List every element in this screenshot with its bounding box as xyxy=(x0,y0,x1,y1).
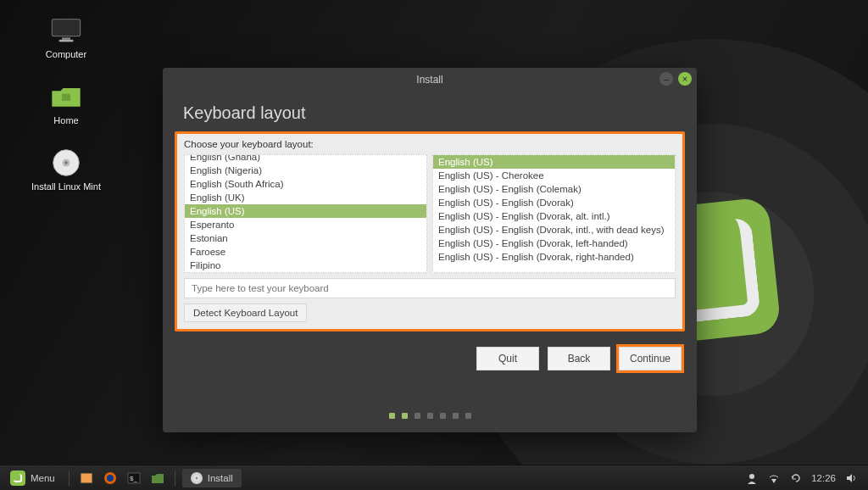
firefox-launcher[interactable] xyxy=(100,469,120,487)
list-item[interactable]: English (US) - English (Colemak) xyxy=(433,182,675,196)
progress-dot xyxy=(415,413,420,419)
list-item[interactable]: English (US) xyxy=(433,155,675,169)
separator xyxy=(69,471,70,486)
titlebar[interactable]: Install – × xyxy=(163,68,697,92)
list-item[interactable]: Estonian xyxy=(185,231,426,245)
monitor-icon xyxy=(49,15,83,46)
desktop-icon-home[interactable]: Home xyxy=(29,81,103,125)
list-item[interactable]: Filipino xyxy=(185,259,426,272)
terminal-launcher[interactable]: $_ xyxy=(124,469,144,487)
list-item[interactable]: English (US) - English (Dvorak) xyxy=(433,196,675,209)
system-tray: 12:26 xyxy=(745,471,865,485)
disc-icon xyxy=(49,148,83,178)
user-icon[interactable] xyxy=(745,471,759,485)
layout-variant-list[interactable]: English (US)English (US) - CherokeeEngli… xyxy=(432,154,676,273)
show-desktop-button[interactable] xyxy=(76,469,97,487)
list-item[interactable]: English (US) xyxy=(185,204,426,218)
svg-point-6 xyxy=(64,161,68,164)
progress-dot xyxy=(389,413,395,419)
svg-rect-7 xyxy=(81,473,92,483)
desktop-icon-computer[interactable]: Computer xyxy=(29,15,103,59)
installer-window: Install – × Keyboard layout Choose your … xyxy=(163,68,697,432)
svg-point-14 xyxy=(749,474,754,479)
network-icon[interactable] xyxy=(767,471,781,485)
instruction-text: Choose your keyboard layout: xyxy=(184,139,676,149)
progress-dot xyxy=(440,413,446,419)
list-item[interactable]: English (US) - Cherokee xyxy=(433,169,675,182)
list-item[interactable]: English (UK) xyxy=(185,191,426,204)
svg-rect-3 xyxy=(62,94,70,101)
desktop-icons: Computer Home Install Linux Mint xyxy=(29,15,103,192)
svg-point-9 xyxy=(107,475,114,482)
volume-icon[interactable] xyxy=(844,471,858,485)
window-title: Install xyxy=(416,74,442,86)
task-label: Install xyxy=(208,473,233,483)
svg-point-13 xyxy=(196,476,198,478)
mint-logo-icon xyxy=(10,471,25,486)
progress-dot xyxy=(465,413,471,419)
layout-language-list[interactable]: English (Ghana)English (Nigeria)English … xyxy=(184,154,427,273)
svg-rect-1 xyxy=(62,37,70,40)
desktop-icon-label: Home xyxy=(53,115,78,125)
desktop-icon-label: Install Linux Mint xyxy=(31,181,101,192)
list-item[interactable]: English (US) - English (Dvorak, left-han… xyxy=(433,237,675,250)
continue-button[interactable]: Continue xyxy=(619,347,682,370)
svg-text:$_: $_ xyxy=(130,475,137,482)
files-launcher[interactable] xyxy=(147,469,168,487)
list-item[interactable]: Faroese xyxy=(185,245,426,259)
list-item[interactable]: English (Ghana) xyxy=(185,154,426,164)
list-item[interactable]: English (US) - English (Dvorak, alt. int… xyxy=(433,209,675,223)
separator xyxy=(175,471,175,486)
list-item[interactable]: English (US) - English (Dvorak, intl., w… xyxy=(433,223,675,237)
detect-layout-button[interactable]: Detect Keyboard Layout xyxy=(184,303,307,322)
back-button[interactable]: Back xyxy=(548,347,610,370)
taskbar: Menu $_ Install 12:26 xyxy=(0,465,868,490)
taskbar-task-install[interactable]: Install xyxy=(182,469,242,487)
page-heading: Keyboard layout xyxy=(163,92,697,131)
keyboard-test-input[interactable] xyxy=(184,278,676,298)
clock[interactable]: 12:26 xyxy=(811,473,836,483)
svg-rect-0 xyxy=(52,19,80,36)
quit-button[interactable]: Quit xyxy=(476,347,539,370)
progress-dots xyxy=(163,401,697,432)
progress-dot xyxy=(453,413,459,419)
window-minimize-button[interactable]: – xyxy=(659,72,673,86)
keyboard-layout-panel: Choose your keyboard layout: English (Gh… xyxy=(175,131,685,331)
updates-icon[interactable] xyxy=(789,471,803,485)
disc-icon xyxy=(191,472,203,484)
folder-icon xyxy=(49,81,83,112)
desktop-icon-label: Computer xyxy=(46,49,86,59)
desktop-icon-install-mint[interactable]: Install Linux Mint xyxy=(29,148,103,192)
nav-row: Quit Back Continue xyxy=(163,331,697,370)
list-item[interactable]: English (Nigeria) xyxy=(185,164,426,177)
progress-dot xyxy=(427,413,433,419)
progress-dot xyxy=(402,413,408,419)
list-item[interactable]: English (South Africa) xyxy=(185,177,426,191)
menu-button[interactable]: Menu xyxy=(3,465,62,490)
svg-rect-2 xyxy=(59,40,74,42)
list-item[interactable]: Esperanto xyxy=(185,218,426,231)
menu-label: Menu xyxy=(31,473,55,483)
list-item[interactable]: English (US) - English (Dvorak, right-ha… xyxy=(433,250,675,264)
window-close-button[interactable]: × xyxy=(678,72,692,86)
